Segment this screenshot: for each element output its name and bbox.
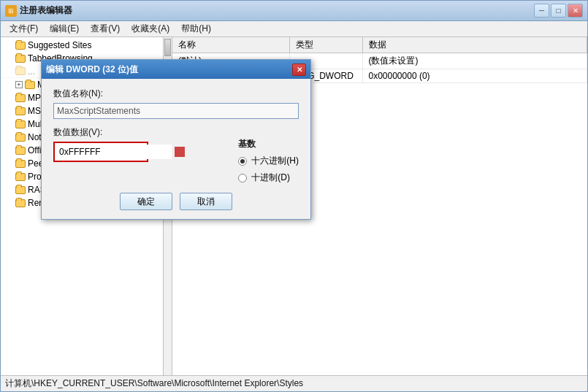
- cancel-button[interactable]: 取消: [180, 193, 232, 210]
- radix-title: 基数: [238, 138, 299, 150]
- radio-dec[interactable]: 十进制(D): [238, 172, 299, 184]
- status-bar: 计算机\HKEY_CURRENT_USER\Software\Microsoft…: [1, 375, 587, 391]
- modal-overlay: 编辑 DWORD (32 位)值 ✕ 数值名称(N): 数值数据(V):: [1, 37, 587, 375]
- main-window: ⊞ 注册表编辑器 ─ □ ✕ 文件(F) 编辑(E) 查看(V) 收藏夹(A) …: [0, 0, 588, 392]
- title-bar-buttons: ─ □ ✕: [534, 4, 583, 18]
- dialog-close-button[interactable]: ✕: [292, 64, 306, 76]
- dialog-buttons: 确定 取消: [53, 193, 299, 210]
- menu-file[interactable]: 文件(F): [4, 21, 44, 36]
- dialog-title-text: 编辑 DWORD (32 位)值: [46, 64, 292, 76]
- dialog-name-label: 数值名称(N):: [53, 88, 299, 100]
- dialog-main-row: 数值数据(V): 基数 十六进制(H): [53, 126, 299, 184]
- content-area: Suggested Sites TabbedBrowsing ... + Mic…: [1, 37, 587, 375]
- close-button[interactable]: ✕: [568, 4, 583, 18]
- window-title: 注册表编辑器: [20, 4, 534, 17]
- dialog-body: 数值名称(N): 数值数据(V): 基数: [42, 79, 310, 219]
- dialog-title-bar: 编辑 DWORD (32 位)值 ✕: [42, 60, 310, 79]
- menu-edit[interactable]: 编辑(E): [44, 21, 85, 36]
- radio-hex[interactable]: 十六进制(H): [238, 155, 299, 167]
- menu-help[interactable]: 帮助(H): [175, 21, 217, 36]
- ok-button[interactable]: 确定: [120, 193, 172, 210]
- dialog-value-section: 数值数据(V):: [53, 126, 229, 162]
- maximize-button[interactable]: □: [551, 4, 566, 18]
- menu-favorites[interactable]: 收藏夹(A): [126, 21, 175, 36]
- app-icon: ⊞: [5, 5, 17, 17]
- value-indicator: [175, 147, 185, 157]
- menu-bar: 文件(F) 编辑(E) 查看(V) 收藏夹(A) 帮助(H): [1, 21, 587, 37]
- status-text: 计算机\HKEY_CURRENT_USER\Software\Microsoft…: [5, 377, 303, 390]
- radio-group: 十六进制(H) 十进制(D): [238, 155, 299, 184]
- title-bar: ⊞ 注册表编辑器 ─ □ ✕: [1, 1, 587, 21]
- edit-dword-dialog: 编辑 DWORD (32 位)值 ✕ 数值名称(N): 数值数据(V):: [41, 59, 311, 220]
- menu-view[interactable]: 查看(V): [85, 21, 126, 36]
- dialog-value-wrapper: [53, 142, 148, 162]
- minimize-button[interactable]: ─: [534, 4, 549, 18]
- dialog-name-input[interactable]: [53, 103, 299, 119]
- radio-hex-circle: [238, 157, 247, 166]
- dialog-data-input[interactable]: [56, 145, 172, 159]
- radio-dec-circle: [238, 174, 247, 182]
- dialog-data-label: 数值数据(V):: [53, 126, 229, 139]
- dialog-radix-section: 基数 十六进制(H) 十进制(D): [238, 126, 299, 184]
